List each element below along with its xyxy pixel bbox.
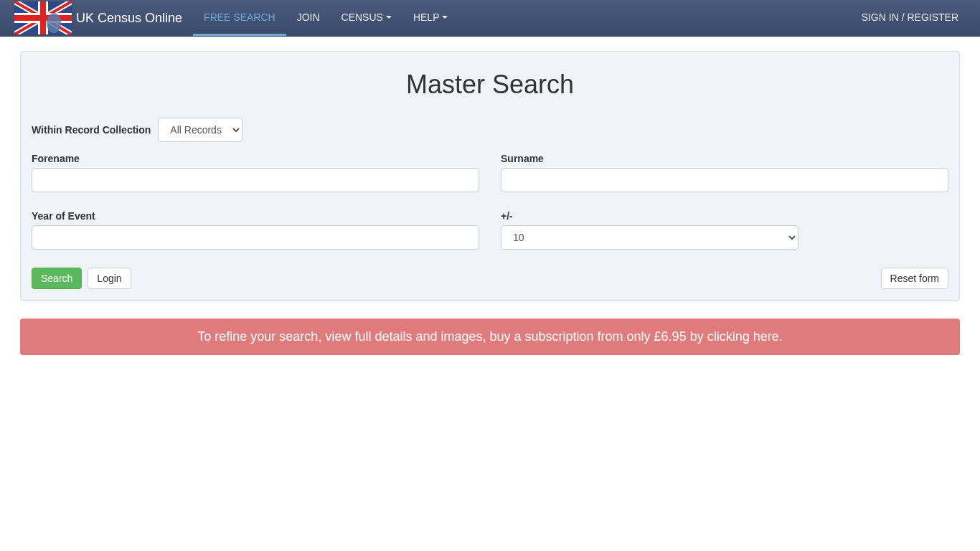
- svg-point-5: [47, 13, 61, 33]
- nav-label: HELP: [413, 11, 440, 23]
- nav-help[interactable]: HELP: [402, 0, 459, 36]
- subscription-alert[interactable]: To refine your search, view full details…: [20, 319, 960, 355]
- collection-row: Within Record Collection All Records: [32, 118, 948, 142]
- nav-free-search[interactable]: FREE SEARCH: [193, 0, 286, 36]
- search-button[interactable]: Search: [32, 268, 82, 289]
- brand-text: UK Census Online: [76, 11, 182, 26]
- year-label: Year of Event: [32, 210, 479, 222]
- button-row: Search Login Reset form: [32, 268, 948, 289]
- alert-text: To refine your search, view full details…: [197, 329, 782, 344]
- nav-right: SIGN IN / REGISTER: [851, 0, 969, 36]
- page-title: Master Search: [32, 70, 948, 100]
- tolerance-select[interactable]: 10: [501, 225, 798, 250]
- forename-label: Forename: [32, 153, 479, 164]
- tolerance-label: +/-: [501, 210, 948, 222]
- nav-label: SIGN IN / REGISTER: [862, 11, 958, 23]
- chevron-down-icon: [442, 16, 448, 19]
- navbar: UK Census Online FREE SEARCH JOIN CENSUS…: [0, 0, 980, 37]
- surname-label: Surname: [501, 153, 948, 164]
- brand-link[interactable]: UK Census Online: [4, 0, 193, 36]
- reset-button[interactable]: Reset form: [881, 268, 948, 289]
- forename-input[interactable]: [32, 168, 479, 192]
- nav-signin[interactable]: SIGN IN / REGISTER: [851, 0, 969, 36]
- brand-logo: [14, 1, 72, 34]
- svg-rect-4: [14, 15, 72, 21]
- chevron-down-icon: [386, 16, 392, 19]
- nav-main: FREE SEARCH JOIN CENSUS HELP: [193, 0, 458, 36]
- nav-label: JOIN: [297, 11, 320, 23]
- collection-select[interactable]: All Records: [158, 118, 242, 142]
- collection-label: Within Record Collection: [32, 124, 151, 136]
- nav-census[interactable]: CENSUS: [331, 0, 402, 36]
- nav-label: CENSUS: [341, 11, 383, 23]
- nav-label: FREE SEARCH: [204, 11, 275, 23]
- login-button[interactable]: Login: [88, 268, 131, 289]
- search-panel: Master Search Within Record Collection A…: [20, 51, 960, 301]
- nav-join[interactable]: JOIN: [286, 0, 331, 36]
- footer: Copyright © Genealogy Supplies (Jersey) …: [0, 542, 980, 551]
- year-input[interactable]: [32, 225, 479, 250]
- surname-input[interactable]: [501, 168, 948, 192]
